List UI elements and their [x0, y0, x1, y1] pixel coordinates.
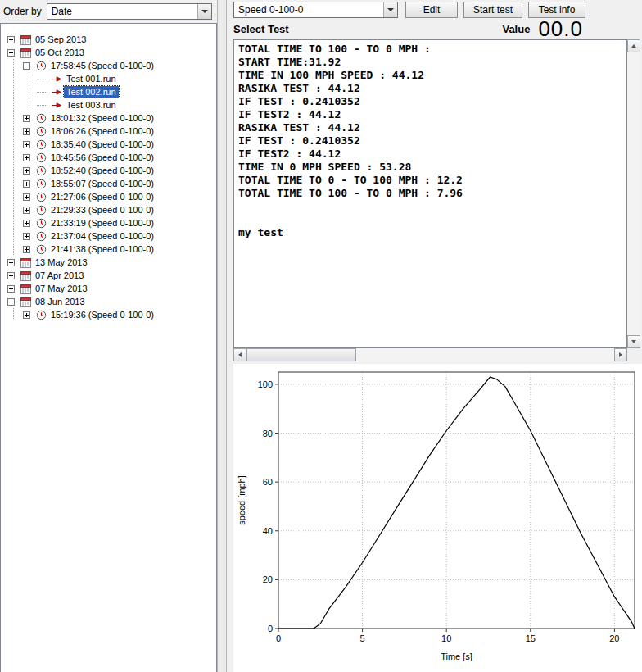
expander-plus-icon[interactable]	[19, 203, 34, 216]
tree-item-label[interactable]: 05 Sep 2013	[33, 34, 88, 45]
expander-plus-icon[interactable]	[19, 216, 34, 229]
tree-item[interactable]: 17:58:45 (Speed 0-100-0)	[1, 59, 216, 72]
value-readout: 00.0	[538, 18, 583, 39]
test-results-text[interactable]: TOTAL TIME TO 100 - TO 0 MPH : START TIM…	[233, 39, 627, 348]
tree-item-label[interactable]: 21:29:33 (Speed 0-100-0)	[48, 204, 156, 216]
tree-item-label[interactable]: 21:33:19 (Speed 0-100-0)	[48, 217, 156, 229]
chevron-down-icon[interactable]	[383, 2, 397, 17]
tree-item[interactable]: Test 002.run	[1, 85, 216, 98]
clock-icon	[34, 113, 48, 124]
tree-item-label[interactable]: 08 Jun 2013	[33, 296, 88, 307]
test-type-selected-value: Speed 0-100-0	[234, 4, 383, 16]
tree-item[interactable]: 18:35:40 (Speed 0-100-0)	[1, 138, 216, 151]
scroll-down-icon[interactable]	[627, 335, 640, 348]
expander-plus-icon[interactable]	[19, 190, 34, 203]
clock-icon	[34, 205, 48, 216]
chevron-down-icon[interactable]	[197, 4, 211, 19]
tree-item[interactable]: 21:33:19 (Speed 0-100-0)	[1, 216, 216, 229]
expander-plus-icon[interactable]	[19, 125, 34, 138]
scrollbar-thumb[interactable]	[246, 348, 356, 361]
tree-item-label[interactable]: 21:37:04 (Speed 0-100-0)	[48, 230, 156, 242]
clock-icon	[34, 231, 48, 242]
tree-item-label[interactable]: 05 Oct 2013	[33, 47, 87, 58]
expander-plus-icon[interactable]	[19, 229, 34, 243]
tree-item-label[interactable]: 13 May 2013	[33, 257, 90, 268]
tree-item-label[interactable]: 18:52:40 (Speed 0-100-0)	[48, 165, 156, 176]
tree-connector	[34, 85, 50, 98]
order-by-label: Order by	[3, 6, 42, 17]
tree-item[interactable]: 18:01:32 (Speed 0-100-0)	[1, 111, 216, 125]
tree-item-label[interactable]: 21:27:06 (Speed 0-100-0)	[48, 191, 156, 202]
calendar-icon	[19, 297, 33, 307]
tree-item-label[interactable]: Test 002.run	[64, 86, 119, 98]
tree-guide-lines	[3, 125, 19, 138]
tree-item[interactable]: 21:27:06 (Speed 0-100-0)	[1, 190, 216, 203]
scroll-left-icon[interactable]	[233, 348, 246, 361]
tree-item[interactable]: 15:19:36 (Speed 0-100-0)	[1, 308, 216, 321]
tree-item[interactable]: 21:37:04 (Speed 0-100-0)	[1, 229, 216, 243]
tree-item[interactable]: 18:06:26 (Speed 0-100-0)	[1, 125, 216, 138]
tree-item-label[interactable]: 07 May 2013	[33, 283, 90, 294]
order-by-select[interactable]: Date	[47, 3, 212, 20]
svg-text:40: 40	[263, 526, 273, 536]
tree-item[interactable]: Test 001.run	[1, 72, 216, 85]
order-by-row: Order by Date	[0, 0, 217, 23]
tree-item-label[interactable]: 21:41:38 (Speed 0-100-0)	[48, 243, 156, 255]
tree-item-label[interactable]: Test 003.run	[64, 99, 119, 111]
tree-item[interactable]: Test 003.run	[1, 98, 216, 111]
svg-text:0: 0	[276, 633, 281, 643]
test-type-select[interactable]: Speed 0-100-0	[233, 2, 398, 18]
start-test-button[interactable]: Start test	[463, 2, 522, 18]
tree-item[interactable]: 07 Apr 2013	[1, 269, 216, 282]
tree-item-label[interactable]: 18:55:07 (Speed 0-100-0)	[48, 178, 156, 189]
tree-item[interactable]: 18:55:07 (Speed 0-100-0)	[1, 177, 216, 190]
horizontal-scrollbar[interactable]	[233, 348, 627, 361]
tree-connector	[34, 72, 50, 85]
expander-minus-icon[interactable]	[3, 295, 19, 308]
expander-plus-icon[interactable]	[19, 308, 34, 321]
tree-item[interactable]: 13 May 2013	[1, 256, 216, 269]
tree-item-label[interactable]: Test 001.run	[64, 73, 119, 84]
tree-guide-lines	[3, 190, 19, 203]
tree-item[interactable]: 21:29:33 (Speed 0-100-0)	[1, 203, 216, 216]
tree-item-label[interactable]: 07 Apr 2013	[33, 270, 86, 281]
tree-item-label[interactable]: 17:58:45 (Speed 0-100-0)	[48, 60, 156, 71]
svg-text:15: 15	[526, 633, 536, 643]
expander-plus-icon[interactable]	[3, 256, 19, 269]
scroll-up-icon[interactable]	[627, 39, 640, 52]
tree-item-label[interactable]: 18:01:32 (Speed 0-100-0)	[48, 112, 156, 124]
expander-plus-icon[interactable]	[19, 151, 34, 164]
expander-plus-icon[interactable]	[19, 177, 34, 190]
value-label: Value	[502, 23, 530, 35]
tree-item[interactable]: 07 May 2013	[1, 282, 216, 295]
tree-item-label[interactable]: 15:19:36 (Speed 0-100-0)	[48, 309, 156, 320]
test-toolbar: Speed 0-100-0 Edit Start test Test info	[233, 2, 591, 18]
svg-text:60: 60	[263, 477, 273, 487]
tree-item-label[interactable]: 18:45:56 (Speed 0-100-0)	[48, 152, 156, 163]
edit-button[interactable]: Edit	[405, 2, 458, 18]
scroll-right-icon[interactable]	[614, 348, 627, 361]
tree-item[interactable]: 05 Oct 2013	[1, 46, 216, 59]
expander-plus-icon[interactable]	[3, 282, 19, 295]
tree-guide-lines	[3, 85, 34, 98]
expander-plus-icon[interactable]	[19, 138, 34, 151]
expander-minus-icon[interactable]	[19, 59, 34, 72]
expander-plus-icon[interactable]	[3, 33, 19, 46]
test-info-button[interactable]: Test info	[528, 2, 585, 18]
svg-text:5: 5	[360, 633, 365, 643]
tree-item-label[interactable]: 18:35:40 (Speed 0-100-0)	[48, 138, 156, 150]
tree-item[interactable]: 21:41:38 (Speed 0-100-0)	[1, 243, 216, 256]
panel-splitter[interactable]	[217, 0, 227, 672]
expander-plus-icon[interactable]	[19, 243, 34, 256]
svg-text:10: 10	[441, 633, 451, 643]
tree-item[interactable]: 08 Jun 2013	[1, 295, 216, 308]
tree-item[interactable]: 18:52:40 (Speed 0-100-0)	[1, 164, 216, 177]
tree-item[interactable]: 05 Sep 2013	[1, 33, 216, 46]
tree-item[interactable]: 18:45:56 (Speed 0-100-0)	[1, 151, 216, 164]
expander-plus-icon[interactable]	[3, 269, 19, 282]
expander-plus-icon[interactable]	[19, 164, 34, 177]
tree-item-label[interactable]: 18:06:26 (Speed 0-100-0)	[48, 125, 156, 137]
expander-plus-icon[interactable]	[19, 111, 34, 125]
expander-minus-icon[interactable]	[3, 46, 19, 59]
vertical-scrollbar[interactable]	[627, 39, 640, 348]
